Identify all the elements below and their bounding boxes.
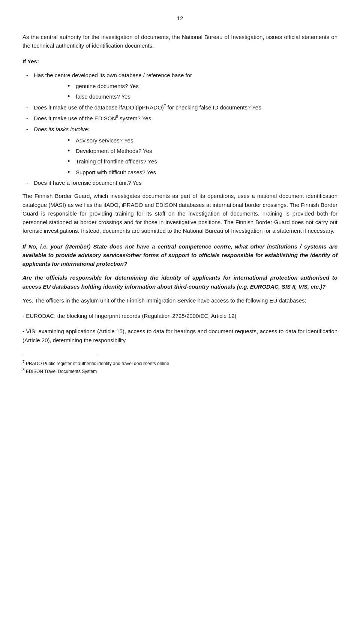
bullet-methods: • Development of Methods? Yes xyxy=(22,147,338,155)
tasks-item: - Does its tasks involve: xyxy=(22,125,338,133)
bullet-genuine: • genuine documents? Yes xyxy=(22,82,338,90)
dash-3: - xyxy=(22,114,34,123)
footnote-divider xyxy=(22,356,98,356)
dash-4: - xyxy=(22,125,34,133)
database-item-text: Has the centre developed its own databas… xyxy=(34,71,338,79)
footnote-8: 8 EDISON Travel Documents System xyxy=(22,367,338,375)
footnote-7: 7 PRADO Public register of authentic ide… xyxy=(22,359,338,367)
edison-item-text: Does it make use of the EDISON8 system? … xyxy=(34,114,338,123)
bullet-false-text: false documents? Yes xyxy=(76,92,338,101)
bullet-advisory-text: Advisory services? Yes xyxy=(76,136,338,145)
eurodac-item: - EURODAC: the blocking of fingerprint r… xyxy=(22,312,338,320)
bullet-genuine-text: genuine documents? Yes xyxy=(76,82,338,90)
bullet-methods-text: Development of Methods? Yes xyxy=(76,147,338,155)
page-number: 12 xyxy=(22,15,338,21)
edison-item: - Does it make use of the EDISON8 system… xyxy=(22,114,338,123)
ifado-item: - Does it make use of the database ifADO… xyxy=(22,103,338,112)
bullet-icon-2: • xyxy=(68,92,76,101)
database-item: - Has the centre developed its own datab… xyxy=(22,71,338,79)
bullet-advisory: • Advisory services? Yes xyxy=(22,136,338,145)
bullet-icon-4: • xyxy=(68,147,76,155)
bullet-support-text: Support with difficult cases? Yes xyxy=(76,168,338,177)
if-no-question: If No, i.e. your (Member) State does not… xyxy=(22,242,338,268)
dash-5: - xyxy=(22,178,34,187)
dash-2: - xyxy=(22,103,34,112)
border-guard-paragraph: The Finnish Border Guard, which investig… xyxy=(22,192,338,235)
bullet-support: • Support with difficult cases? Yes xyxy=(22,168,338,177)
bullet-false: • false documents? Yes xyxy=(22,92,338,101)
bullet-icon-3: • xyxy=(68,136,76,145)
yes-paragraph: Yes. The officers in the asylum unit of … xyxy=(22,296,338,305)
if-yes-label-text: If Yes: xyxy=(22,58,39,64)
forensic-item: - Does it have a forensic document unit?… xyxy=(22,178,338,187)
if-no-label: If No, i.e. your (Member) State xyxy=(22,243,110,250)
if-yes-label: If Yes: xyxy=(22,57,338,66)
dash-1: - xyxy=(22,71,34,79)
tasks-item-text: Does its tasks involve: xyxy=(34,125,338,133)
are-officials-question: Are the officials responsible for determ… xyxy=(22,273,338,291)
does-not-have: does not have xyxy=(110,243,149,250)
if-yes-section: If Yes: - Has the centre developed its o… xyxy=(22,57,338,187)
bullet-training: • Training of frontline officers? Yes xyxy=(22,157,338,166)
ifado-item-text: Does it make use of the database ifADO (… xyxy=(34,103,338,112)
page-container: 12 As the central authority for the inve… xyxy=(0,0,360,644)
bullet-icon-5: • xyxy=(68,157,76,166)
bullet-training-text: Training of frontline officers? Yes xyxy=(76,157,338,166)
bullet-icon-1: • xyxy=(68,82,76,90)
vis-item: - VIS: examining applications (Article 1… xyxy=(22,327,338,344)
intro-paragraph: As the central authority for the investi… xyxy=(22,33,338,50)
bullet-icon-6: • xyxy=(68,168,76,177)
forensic-item-text: Does it have a forensic document unit? Y… xyxy=(34,178,338,187)
